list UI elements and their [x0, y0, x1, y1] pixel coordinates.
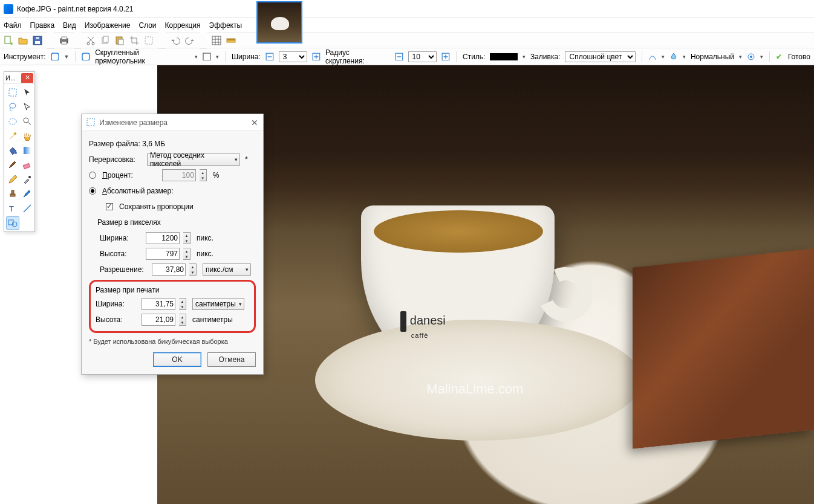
dropdown-caret-icon[interactable]: ▾: [739, 54, 742, 60]
deselect-icon[interactable]: [144, 36, 154, 45]
shape-tool-icon[interactable]: [51, 53, 59, 61]
ruler-icon[interactable]: [226, 36, 236, 45]
dropdown-caret-icon[interactable]: ▾: [523, 54, 526, 60]
px-height-input[interactable]: [146, 248, 180, 260]
menu-effects[interactable]: Эффекты: [209, 21, 243, 30]
blend-icon[interactable]: [669, 53, 678, 61]
separator: [769, 51, 770, 62]
percent-label[interactable]: Процент:: [102, 171, 133, 179]
cancel-button[interactable]: Отмена: [207, 352, 256, 367]
style-swatch[interactable]: [490, 53, 518, 60]
gradient-tool-icon[interactable]: [21, 144, 34, 157]
ready-label[interactable]: Готово: [788, 53, 810, 61]
open-icon[interactable]: [18, 36, 28, 45]
magic-wand-tool-icon[interactable]: [6, 129, 19, 143]
dropdown-caret-icon[interactable]: ▾: [195, 54, 198, 60]
recolor-tool-icon[interactable]: [21, 187, 34, 201]
cut-icon[interactable]: [86, 36, 96, 45]
plus-icon[interactable]: [441, 53, 450, 61]
fill-select[interactable]: Сплошной цвет: [565, 51, 636, 62]
ellipse-select-tool-icon[interactable]: [6, 115, 19, 128]
dropdown-caret-icon[interactable]: ▾: [683, 54, 686, 60]
antialias-icon[interactable]: [648, 53, 657, 61]
new-icon[interactable]: [4, 36, 13, 45]
print-height-spin[interactable]: ▲▼: [179, 314, 186, 326]
menu-file[interactable]: Файл: [4, 21, 22, 30]
dropdown-caret-icon[interactable]: ▼: [63, 54, 69, 60]
pan-tool-icon[interactable]: [21, 129, 34, 143]
ok-button[interactable]: OK: [153, 352, 201, 367]
close-icon[interactable]: ✕: [251, 118, 258, 128]
separator: [456, 51, 457, 62]
resolution-unit-combo[interactable]: пикс./см: [203, 263, 251, 276]
menu-adjust[interactable]: Коррекция: [165, 21, 201, 30]
crop-icon[interactable]: [129, 36, 139, 45]
svg-point-25: [750, 55, 752, 57]
resolution-spin[interactable]: ▲▼: [189, 263, 197, 276]
paste-icon[interactable]: [115, 36, 125, 45]
keep-ratio-label[interactable]: Сохранять пропорции: [119, 202, 194, 211]
dropdown-caret-icon[interactable]: ▾: [760, 54, 763, 60]
width-label: Ширина:: [232, 53, 261, 61]
shape-name[interactable]: Скругленный прямоугольник: [95, 48, 190, 65]
resample-combo[interactable]: Метод соседних пикселей: [147, 153, 240, 166]
shapes-tool-icon[interactable]: [6, 216, 19, 230]
pencil-tool-icon[interactable]: [6, 173, 19, 186]
menu-edit[interactable]: Правка: [30, 21, 55, 30]
tools-window[interactable]: И... ✕ T: [4, 71, 35, 232]
plus-icon[interactable]: [312, 53, 321, 61]
tools-window-titlebar[interactable]: И... ✕: [4, 72, 34, 84]
separator: [158, 32, 166, 49]
radius-select[interactable]: 10: [408, 51, 437, 62]
minus-icon[interactable]: [265, 53, 274, 61]
grid-icon[interactable]: [212, 36, 221, 45]
lasso-tool-icon[interactable]: [6, 100, 19, 114]
minus-icon[interactable]: [395, 53, 403, 61]
print-icon[interactable]: [59, 36, 69, 45]
picker-tool-icon[interactable]: [21, 173, 34, 186]
absolute-radio[interactable]: [89, 187, 96, 195]
keep-ratio-check[interactable]: [106, 203, 113, 210]
px-height-spin[interactable]: ▲▼: [183, 248, 190, 260]
move-tool-icon[interactable]: [21, 100, 34, 114]
move-sel-tool-icon[interactable]: [21, 86, 34, 99]
absolute-label[interactable]: Абсолютный размер:: [102, 187, 173, 195]
rect-select-tool-icon[interactable]: [6, 86, 19, 99]
print-width-input[interactable]: [142, 298, 175, 310]
dropdown-caret-icon[interactable]: ▾: [662, 54, 665, 60]
commit-check-icon[interactable]: ✔: [776, 53, 782, 61]
layers-opt-icon[interactable]: [747, 53, 755, 61]
document-thumbnail[interactable]: [256, 1, 302, 44]
width-select[interactable]: 3: [279, 51, 308, 62]
menu-layers[interactable]: Слои: [138, 21, 156, 30]
brush-tool-icon[interactable]: [6, 158, 19, 172]
save-icon[interactable]: [33, 36, 42, 45]
close-icon[interactable]: ✕: [21, 73, 33, 83]
line-tool-icon[interactable]: [21, 202, 34, 215]
separator: [200, 32, 207, 49]
print-height-input[interactable]: [142, 314, 175, 326]
zoom-tool-icon[interactable]: [21, 115, 34, 128]
menu-image[interactable]: Изображение: [85, 21, 131, 30]
app-icon: [4, 4, 13, 14]
px-width-spin[interactable]: ▲▼: [183, 232, 190, 244]
undo-icon[interactable]: [171, 36, 180, 45]
blend-mode[interactable]: Нормальный: [691, 53, 734, 61]
copy-icon[interactable]: [100, 36, 110, 45]
print-width-unit-combo[interactable]: сантиметры: [192, 298, 244, 310]
eraser-tool-icon[interactable]: [21, 158, 34, 172]
text-tool-icon[interactable]: T: [6, 202, 19, 215]
resolution-input[interactable]: [152, 263, 186, 276]
redo-icon[interactable]: [185, 36, 195, 45]
px-width-input[interactable]: [146, 232, 180, 244]
dropdown-caret-icon[interactable]: ▾: [216, 54, 219, 60]
percent-radio[interactable]: [89, 172, 96, 179]
bucket-tool-icon[interactable]: [6, 144, 19, 157]
instrument-label: Инструмент:: [4, 53, 46, 61]
shape-mode-icon[interactable]: [203, 53, 211, 61]
print-width-spin[interactable]: ▲▼: [179, 298, 186, 310]
shape-outline-icon[interactable]: [82, 53, 90, 61]
dialog-titlebar[interactable]: Изменение размера ✕: [82, 114, 263, 131]
menu-view[interactable]: Вид: [63, 21, 76, 30]
clone-tool-icon[interactable]: [6, 187, 19, 201]
